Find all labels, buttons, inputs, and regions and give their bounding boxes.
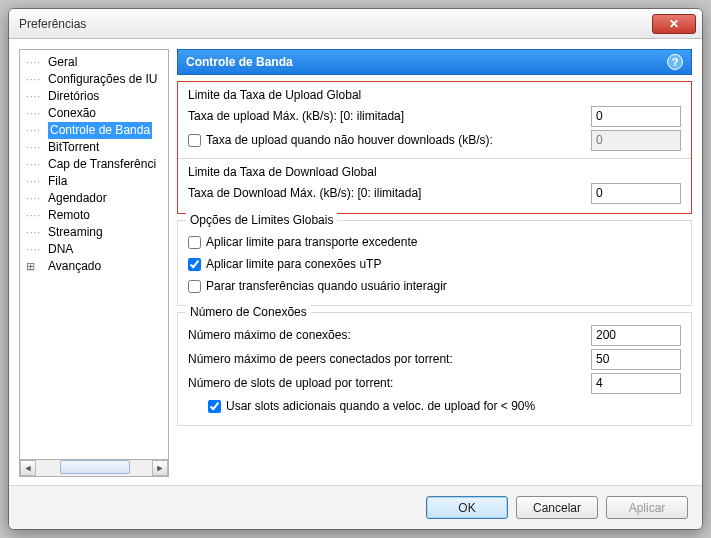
upload-slots-input[interactable] xyxy=(591,373,681,394)
close-button[interactable]: ✕ xyxy=(652,14,696,34)
upload-slots-label: Número de slots de upload por torrent: xyxy=(188,376,591,390)
connections-group: Número de Conexões Número máximo de cone… xyxy=(177,312,692,426)
tree-item-geral[interactable]: ····Geral xyxy=(22,54,166,71)
tree-item-bittorrent[interactable]: ····BitTorrent xyxy=(22,139,166,156)
opt-overhead-label: Aplicar limite para transporte excedente xyxy=(206,235,417,249)
upload-alt-row: Taxa de upload quando não houver downloa… xyxy=(188,129,591,151)
download-legend: Limite da Taxa de Download Global xyxy=(188,165,681,179)
scroll-track[interactable] xyxy=(36,460,152,476)
max-conn-input[interactable] xyxy=(591,325,681,346)
extra-slots-label: Usar slots adicionais quando a veloc. de… xyxy=(226,399,535,413)
global-limits-group: Opções de Limites Globais Aplicar limite… xyxy=(177,220,692,306)
panel-title: Controle de Banda ? xyxy=(177,49,692,75)
titlebar[interactable]: Preferências ✕ xyxy=(9,9,702,39)
tree-item-fila[interactable]: ····Fila xyxy=(22,173,166,190)
upload-rate-input[interactable] xyxy=(591,106,681,127)
close-icon: ✕ xyxy=(669,17,679,31)
preferences-window: Preferências ✕ ····Geral ····Configuraçõ… xyxy=(8,8,703,530)
globals-legend: Opções de Limites Globais xyxy=(186,213,337,227)
tree-item-remoto[interactable]: ····Remoto xyxy=(22,207,166,224)
download-rate-label: Taxa de Download Máx. (kB/s): [0: ilimit… xyxy=(188,186,591,200)
tree-item-agendador[interactable]: ····Agendador xyxy=(22,190,166,207)
opt-utp-label: Aplicar limite para conexões uTP xyxy=(206,257,381,271)
window-title: Preferências xyxy=(19,17,652,31)
extra-slots-checkbox[interactable] xyxy=(208,400,221,413)
tree-item-conexao[interactable]: ····Conexão xyxy=(22,105,166,122)
tree-item-avancado[interactable]: Avançado xyxy=(22,258,166,275)
panel-title-text: Controle de Banda xyxy=(186,55,293,69)
ok-button[interactable]: OK xyxy=(426,496,508,519)
upload-rate-label: Taxa de upload Máx. (kB/s): [0: ilimitad… xyxy=(188,109,591,123)
opt-stop-checkbox[interactable] xyxy=(188,280,201,293)
max-conn-label: Número máximo de conexões: xyxy=(188,328,591,342)
tree-item-diretorios[interactable]: ····Diretórios xyxy=(22,88,166,105)
max-peers-label: Número máximo de peers conectados por to… xyxy=(188,352,591,366)
tree-item-cap[interactable]: ····Cap de Transferênci xyxy=(22,156,166,173)
upload-alt-label: Taxa de upload quando não houver downloa… xyxy=(206,133,493,147)
upload-alt-input xyxy=(591,130,681,151)
tree-hscrollbar[interactable]: ◄ ► xyxy=(19,459,169,477)
apply-button[interactable]: Aplicar xyxy=(606,496,688,519)
scroll-right-icon[interactable]: ► xyxy=(152,460,168,476)
tree-item-streaming[interactable]: ····Streaming xyxy=(22,224,166,241)
help-icon[interactable]: ? xyxy=(667,54,683,70)
upload-alt-checkbox[interactable] xyxy=(188,134,201,147)
opt-stop-label: Parar transferências quando usuário inte… xyxy=(206,279,447,293)
tree-item-iu[interactable]: ····Configurações de IU xyxy=(22,71,166,88)
cancel-button[interactable]: Cancelar xyxy=(516,496,598,519)
tree-item-banda[interactable]: ····Controle de Banda xyxy=(22,122,166,139)
opt-overhead-checkbox[interactable] xyxy=(188,236,201,249)
scroll-thumb[interactable] xyxy=(60,460,130,474)
conn-legend: Número de Conexões xyxy=(186,305,311,319)
download-rate-input[interactable] xyxy=(591,183,681,204)
category-tree[interactable]: ····Geral ····Configurações de IU ····Di… xyxy=(19,49,169,460)
scroll-left-icon[interactable]: ◄ xyxy=(20,460,36,476)
max-peers-input[interactable] xyxy=(591,349,681,370)
rate-limits-group: Limite da Taxa de Upload Global Taxa de … xyxy=(177,81,692,214)
upload-legend: Limite da Taxa de Upload Global xyxy=(188,88,681,102)
opt-utp-checkbox[interactable] xyxy=(188,258,201,271)
tree-item-dna[interactable]: ····DNA xyxy=(22,241,166,258)
dialog-footer: OK Cancelar Aplicar xyxy=(9,485,702,529)
